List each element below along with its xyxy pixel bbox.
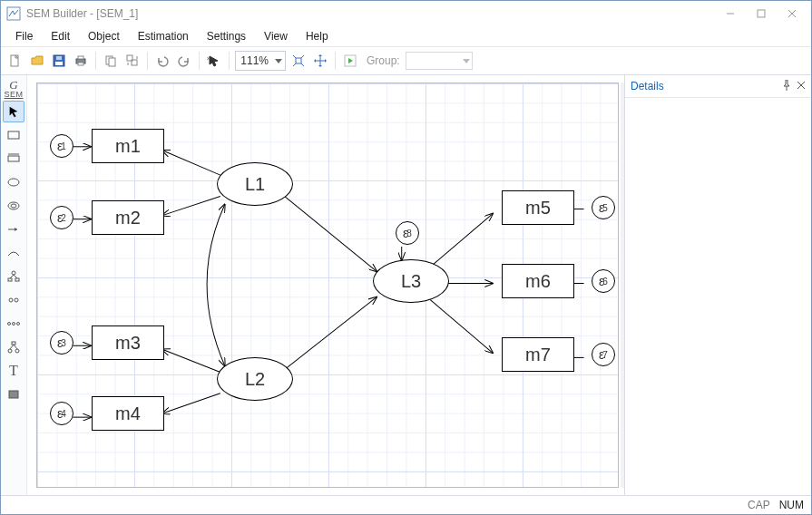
error-e5[interactable]: ε5: [592, 196, 615, 219]
error-e8[interactable]: ε8: [396, 221, 419, 245]
copy-button[interactable]: [102, 52, 120, 70]
svg-rect-13: [109, 58, 115, 66]
pan-button[interactable]: [311, 52, 329, 70]
dots2-tool[interactable]: [3, 289, 24, 311]
chevron-down-icon: [463, 59, 470, 63]
zoom-dropdown-icon[interactable]: [272, 59, 285, 63]
ring-tool[interactable]: [3, 195, 24, 217]
svg-line-56: [281, 297, 377, 373]
tree2-tool[interactable]: [3, 336, 24, 358]
svg-line-59: [430, 300, 493, 354]
menu-settings[interactable]: Settings: [198, 28, 255, 44]
undo-button[interactable]: [153, 52, 171, 70]
zoom-control[interactable]: 111%: [235, 51, 286, 71]
svg-point-37: [17, 323, 20, 326]
app-icon: [6, 6, 21, 21]
svg-rect-43: [9, 391, 18, 398]
node-m1[interactable]: m1: [92, 129, 164, 163]
menu-help[interactable]: Help: [297, 28, 338, 44]
error-e4[interactable]: ε4: [50, 402, 73, 425]
line-tool[interactable]: [3, 219, 24, 240]
arc-tool[interactable]: [3, 242, 24, 264]
pin-icon[interactable]: [782, 80, 791, 93]
maximize-button[interactable]: [746, 5, 777, 23]
status-num: NUM: [779, 499, 804, 511]
ellipse-tool[interactable]: [3, 171, 24, 193]
pointer-button[interactable]: x: [205, 52, 223, 70]
close-panel-icon[interactable]: [797, 80, 806, 92]
close-button[interactable]: [777, 5, 807, 23]
separator: [335, 52, 336, 70]
box-tool[interactable]: [3, 148, 24, 170]
svg-rect-7: [55, 62, 63, 65]
svg-point-34: [15, 298, 18, 302]
vertical-scrollbar[interactable]: [621, 83, 624, 488]
node-m2[interactable]: m2: [92, 200, 164, 235]
separator: [147, 52, 148, 70]
redo-button[interactable]: [175, 52, 193, 70]
fit-button[interactable]: [289, 52, 308, 70]
error-e1[interactable]: ε1: [50, 134, 73, 158]
run-button[interactable]: [341, 52, 359, 70]
svg-text:x: x: [207, 55, 210, 61]
dots3-tool[interactable]: [3, 313, 24, 335]
node-L1[interactable]: L1: [217, 162, 293, 206]
titlebar: SEM Builder - [SEM_1]: [1, 1, 811, 26]
error-e7[interactable]: ε7: [592, 343, 615, 366]
svg-rect-8: [56, 56, 62, 60]
fill-tool[interactable]: [3, 384, 24, 405]
menu-edit[interactable]: Edit: [42, 28, 79, 44]
status-cap: CAP: [748, 499, 770, 511]
error-e2[interactable]: ε2: [50, 206, 73, 229]
canvas-area: m1 m2 m3 m4 m5 m6 m7 L1 L2 L3 ε1 ε2 ε3 ε…: [27, 75, 624, 495]
select-tool[interactable]: [3, 101, 24, 122]
node-m6[interactable]: m6: [502, 264, 574, 298]
svg-point-35: [8, 323, 11, 326]
app-window: SEM Builder - [SEM_1] File Edit Object E…: [0, 0, 812, 515]
tool-palette: G SEM T: [1, 75, 27, 495]
print-button[interactable]: [72, 52, 90, 70]
new-button[interactable]: [6, 52, 24, 70]
mode-label[interactable]: G SEM: [4, 75, 23, 99]
diagram-canvas[interactable]: m1 m2 m3 m4 m5 m6 m7 L1 L2 L3 ε1 ε2 ε3 ε…: [36, 83, 619, 488]
svg-rect-30: [15, 278, 19, 281]
menu-view[interactable]: View: [255, 28, 297, 44]
node-m3[interactable]: m3: [92, 326, 164, 360]
text-tool[interactable]: T: [3, 360, 24, 382]
error-e6[interactable]: ε6: [592, 269, 615, 293]
svg-rect-29: [8, 278, 12, 281]
menu-file[interactable]: File: [6, 28, 42, 44]
open-button[interactable]: [28, 52, 46, 70]
menu-estimation[interactable]: Estimation: [129, 28, 198, 44]
svg-point-28: [12, 271, 15, 275]
menubar: File Edit Object Estimation Settings Vie…: [1, 26, 811, 46]
svg-line-53: [162, 349, 220, 372]
minimize-button[interactable]: [715, 5, 746, 23]
group-label: Group:: [367, 54, 400, 67]
group-dropdown[interactable]: [406, 52, 473, 70]
svg-line-51: [162, 151, 220, 175]
rect-tool[interactable]: [3, 124, 24, 146]
svg-rect-10: [78, 56, 83, 59]
node-m7[interactable]: m7: [502, 337, 574, 372]
svg-line-54: [162, 394, 220, 413]
group-control: Group:: [367, 52, 473, 70]
duplicate-button[interactable]: [123, 52, 142, 70]
node-m4[interactable]: m4: [92, 396, 164, 431]
node-L3[interactable]: L3: [373, 259, 449, 303]
svg-rect-19: [296, 58, 301, 63]
details-header: Details: [625, 75, 811, 98]
save-button[interactable]: [50, 52, 68, 70]
node-L2[interactable]: L2: [217, 357, 293, 401]
tree-tool[interactable]: [3, 266, 24, 287]
svg-line-55: [281, 193, 377, 271]
error-e3[interactable]: ε3: [50, 331, 73, 355]
svg-rect-21: [8, 131, 19, 139]
separator: [199, 52, 200, 70]
node-m5[interactable]: m5: [502, 190, 574, 225]
menu-object[interactable]: Object: [79, 28, 129, 44]
svg-rect-22: [8, 156, 19, 161]
svg-point-40: [15, 349, 19, 353]
svg-rect-38: [12, 342, 15, 345]
window-controls: [715, 5, 807, 23]
